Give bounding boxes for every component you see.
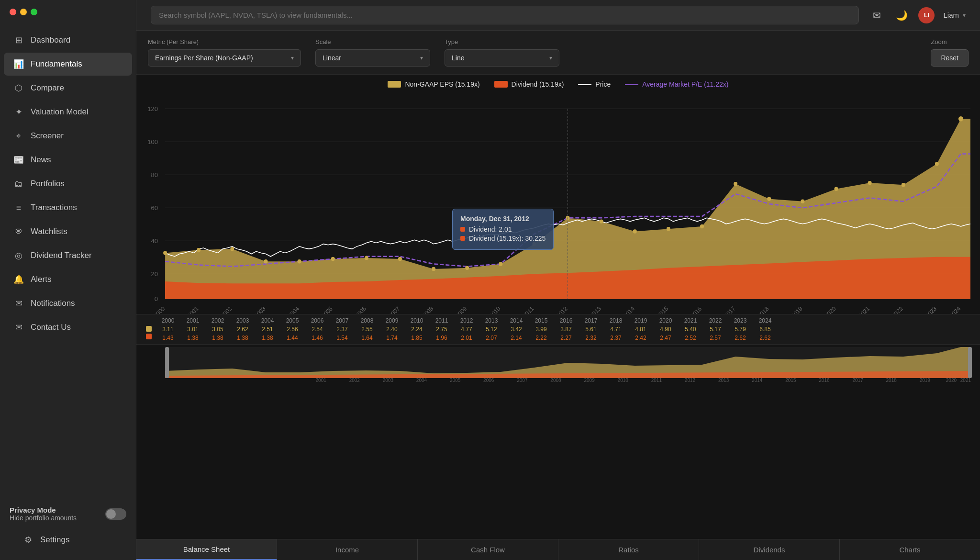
tab-income[interactable]: Income: [277, 539, 418, 560]
data-col-2001: 2001 3.01 1.38: [180, 317, 205, 341]
svg-text:60: 60: [151, 204, 158, 211]
metric-label: Metric (Per Share): [148, 38, 301, 45]
sidebar-item-notifications[interactable]: ✉ Notifications: [4, 292, 132, 315]
screener-icon: ⌖: [13, 131, 24, 141]
legend-label-avg-pe: Average Market P/E (11.22x): [642, 80, 728, 88]
svg-text:2016: 2016: [819, 378, 830, 383]
svg-text:0: 0: [155, 295, 158, 302]
sidebar-label-alerts: Alerts: [31, 275, 51, 284]
tab-dividends[interactable]: Dividends: [699, 539, 840, 560]
svg-text:2007: 2007: [517, 378, 528, 383]
sidebar-item-settings[interactable]: ⚙ Settings: [13, 528, 122, 551]
sidebar-label-contact: Contact Us: [31, 323, 71, 332]
type-control: Type Line ▾: [445, 38, 559, 67]
type-chevron-icon: ▾: [549, 55, 552, 61]
tab-balance-sheet[interactable]: Balance Sheet: [136, 539, 277, 560]
svg-point-30: [667, 227, 670, 231]
data-col-2013: 2013 5.12 2.07: [479, 317, 504, 341]
inbox-icon[interactable]: ✉: [869, 7, 885, 23]
tab-ratios[interactable]: Ratios: [558, 539, 699, 560]
sidebar-label-notifications: Notifications: [31, 299, 75, 308]
data-col-2006: 2006 2.54 1.46: [305, 317, 330, 341]
sidebar-item-news[interactable]: 📰 News: [4, 148, 132, 171]
user-menu[interactable]: Liam ▾: [943, 11, 966, 19]
svg-text:120: 120: [147, 105, 158, 112]
svg-point-23: [432, 267, 435, 271]
tab-cash-flow[interactable]: Cash Flow: [418, 539, 558, 560]
svg-point-37: [902, 183, 905, 187]
svg-text:2017: 2017: [852, 378, 863, 383]
sidebar-nav: ⊞ Dashboard 📊 Fundamentals ⬡ Compare ✦ V…: [0, 24, 136, 498]
type-select[interactable]: Line ▾: [445, 49, 559, 67]
reset-button[interactable]: Reset: [931, 49, 969, 67]
main-chart-svg: 120 100 80 60 40 20 0: [136, 94, 980, 314]
close-button[interactable]: [10, 9, 16, 15]
svg-point-28: [600, 219, 603, 223]
watchlists-icon: 👁: [13, 226, 24, 237]
metric-chevron-icon: ▾: [291, 55, 294, 61]
data-col-2017: 2017 5.61 2.32: [579, 317, 603, 341]
sidebar-item-valuation-model[interactable]: ✦ Valuation Model: [4, 101, 132, 123]
moon-icon[interactable]: 🌙: [893, 7, 910, 23]
fundamentals-icon: 📊: [13, 59, 24, 69]
maximize-button[interactable]: [31, 9, 37, 15]
svg-point-29: [633, 229, 637, 233]
svg-text:2001: 2001: [316, 378, 327, 383]
sidebar-item-transactions[interactable]: ≡ Transactions: [4, 196, 132, 219]
sidebar-item-dividend-tracker[interactable]: ◎ Dividend Tracker: [4, 244, 132, 267]
svg-point-16: [197, 248, 200, 252]
legend-price: Price: [578, 80, 611, 88]
sidebar-item-contact-us[interactable]: ✉ Contact Us: [4, 316, 132, 339]
zoom-control: Zoom Reset: [931, 38, 969, 67]
privacy-mode-row: Privacy Mode Hide portfolio amounts: [10, 506, 126, 522]
legend-non-gaap-eps: Non-GAAP EPS (15.19x): [388, 80, 479, 88]
data-col-2018: 2018 4.71 2.37: [603, 317, 628, 341]
minimize-button[interactable]: [20, 9, 27, 15]
sidebar-item-dashboard[interactable]: ⊞ Dashboard: [4, 29, 132, 52]
svg-point-15: [163, 251, 167, 255]
svg-text:2014: 2014: [752, 378, 763, 383]
sidebar-item-compare[interactable]: ⬡ Compare: [4, 77, 132, 100]
scale-control: Scale Linear ▾: [315, 38, 430, 67]
sidebar-item-alerts[interactable]: 🔔 Alerts: [4, 268, 132, 291]
scale-select[interactable]: Linear ▾: [315, 49, 430, 67]
chart-container: Non-GAAP EPS (15.19x) Dividend (15.19x) …: [136, 75, 980, 539]
legend-swatch-gold: [388, 81, 401, 88]
scale-chevron-icon: ▾: [420, 55, 423, 61]
settings-icon: ⚙: [23, 535, 33, 545]
tab-charts[interactable]: Charts: [840, 539, 980, 560]
svg-text:2015: 2015: [785, 378, 796, 383]
svg-text:2005: 2005: [450, 378, 461, 383]
svg-rect-67: [165, 347, 169, 378]
mini-chart[interactable]: 2001 2002 2003 2004 2005 2006 2007 2008 …: [136, 344, 980, 382]
svg-text:2019: 2019: [920, 378, 931, 383]
privacy-text: Privacy Mode Hide portfolio amounts: [10, 506, 77, 522]
svg-point-19: [298, 259, 301, 263]
svg-text:40: 40: [151, 237, 158, 244]
sidebar-item-fundamentals[interactable]: 📊 Fundamentals: [4, 53, 132, 76]
data-col-2004: 2004 2.51 1.38: [255, 317, 280, 341]
privacy-sublabel: Hide portfolio amounts: [10, 514, 77, 522]
sidebar-label-portfolios: Portfolios: [31, 179, 65, 189]
search-input[interactable]: [151, 6, 859, 24]
sidebar-item-watchlists[interactable]: 👁 Watchlists: [4, 220, 132, 243]
sidebar-label-news: News: [31, 155, 51, 165]
chart-svg-wrapper[interactable]: 120 100 80 60 40 20 0: [136, 94, 980, 314]
privacy-toggle[interactable]: [105, 508, 126, 520]
sidebar-label-settings: Settings: [40, 535, 69, 545]
svg-text:2009: 2009: [584, 378, 595, 383]
type-label: Type: [445, 38, 559, 45]
data-col-2024: 2024 6.85 2.62: [753, 317, 778, 341]
sidebar-label-compare: Compare: [31, 83, 64, 93]
svg-text:2008: 2008: [550, 378, 561, 383]
data-col-2016: 2016 3.87 2.27: [554, 317, 579, 341]
svg-text:2018: 2018: [886, 378, 897, 383]
dashboard-icon: ⊞: [13, 35, 24, 45]
svg-text:2013: 2013: [718, 378, 729, 383]
sidebar-bottom: Privacy Mode Hide portfolio amounts ⚙ Se…: [0, 498, 136, 560]
mini-chart-svg: 2001 2002 2003 2004 2005 2006 2007 2008 …: [136, 345, 980, 383]
svg-text:2006: 2006: [483, 378, 494, 383]
sidebar-item-screener[interactable]: ⌖ Screener: [4, 124, 132, 147]
sidebar-item-portfolios[interactable]: 🗂 Portfolios: [4, 172, 132, 195]
metric-select[interactable]: Earnings Per Share (Non-GAAP) ▾: [148, 49, 301, 67]
